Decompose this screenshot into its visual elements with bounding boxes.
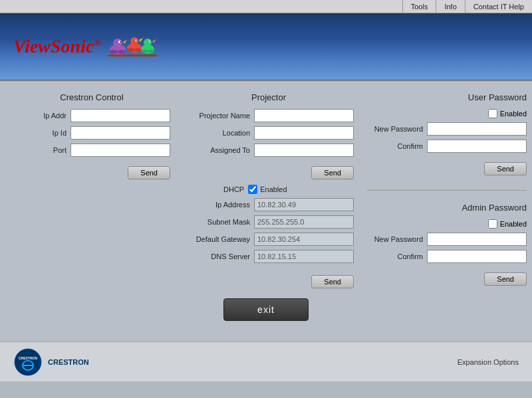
- right-panels: User Password Enabled New Password Confi…: [367, 92, 527, 288]
- user-pw-send-button[interactable]: Send: [484, 162, 527, 175]
- location-label: Location: [184, 129, 250, 137]
- svg-rect-21: [108, 54, 158, 56]
- logo-area: ViewSonic®: [13, 27, 158, 66]
- viewsonic-logo: ViewSonic®: [13, 36, 101, 57]
- user-new-password-group: New Password: [367, 122, 527, 136]
- logo-trademark: ®: [94, 38, 100, 48]
- svg-point-19: [141, 50, 148, 53]
- location-input[interactable]: [254, 126, 354, 140]
- dns-server-label: DNS Server: [184, 252, 250, 260]
- port-label: Port: [13, 146, 66, 154]
- admin-confirm-group: Confirm: [367, 250, 527, 263]
- ip-id-label: Ip Id: [13, 129, 66, 137]
- location-group: Location: [184, 126, 354, 140]
- admin-password-panel: Admin Password Enabled New Password Conf…: [367, 203, 527, 288]
- admin-pw-enabled-checkbox[interactable]: [488, 219, 497, 229]
- footer: CRESTRON CRESTRON Expansion Options: [0, 342, 532, 381]
- user-confirm-input[interactable]: [427, 140, 527, 153]
- ip-address-input: [254, 198, 354, 211]
- ip-id-input[interactable]: [70, 126, 170, 140]
- svg-marker-9: [139, 38, 143, 42]
- ip-addr-group: Ip Addr: [13, 109, 170, 122]
- assigned-to-input[interactable]: [254, 144, 354, 157]
- svg-point-11: [136, 40, 138, 41]
- ip-address-group: Ip Address: [184, 198, 354, 211]
- password-panel-divider: [367, 190, 527, 191]
- crestron-send-button[interactable]: Send: [128, 166, 170, 179]
- svg-point-5: [110, 50, 118, 54]
- projector-panel: Projector Projector Name Location Assign…: [184, 92, 354, 288]
- bottom-section: exit: [13, 298, 519, 321]
- subnet-mask-group: Subnet Mask: [184, 215, 354, 229]
- user-password-title: User Password: [468, 92, 527, 102]
- projector-form: Projector Name Location Assigned To Send…: [184, 109, 354, 288]
- dns-server-input: [254, 250, 354, 263]
- ip-addr-input[interactable]: [70, 109, 170, 122]
- user-confirm-label: Confirm: [370, 142, 423, 150]
- svg-point-1: [113, 39, 122, 48]
- dhcp-checkbox[interactable]: [248, 185, 257, 194]
- user-confirm-group: Confirm: [367, 140, 527, 153]
- admin-new-password-label: New Password: [370, 235, 423, 243]
- user-pw-enabled-checkbox[interactable]: [488, 109, 497, 118]
- port-group: Port: [13, 144, 170, 157]
- admin-pw-enabled-row: Enabled: [488, 219, 527, 229]
- svg-point-20: [148, 50, 154, 53]
- dhcp-label: DHCP: [223, 185, 244, 193]
- user-pw-enabled-label: Enabled: [500, 110, 527, 118]
- dhcp-enabled-label: Enabled: [260, 185, 287, 193]
- subnet-mask-label: Subnet Mask: [184, 218, 250, 226]
- admin-pw-enabled-label: Enabled: [500, 220, 527, 228]
- projector-name-label: Projector Name: [184, 112, 250, 120]
- projector-send-button-2[interactable]: Send: [311, 275, 354, 288]
- projector-send-button-1[interactable]: Send: [311, 166, 354, 179]
- admin-confirm-label: Confirm: [370, 252, 423, 260]
- ip-addr-label: Ip Addr: [13, 112, 66, 120]
- exit-button[interactable]: exit: [223, 298, 309, 321]
- svg-text:CRESTRON: CRESTRON: [19, 356, 37, 360]
- svg-point-18: [150, 41, 151, 42]
- port-input[interactable]: [70, 144, 170, 157]
- admin-password-title: Admin Password: [462, 203, 527, 213]
- projector-name-group: Projector Name: [184, 109, 354, 122]
- svg-point-6: [118, 50, 126, 54]
- default-gateway-label: Default Gateway: [184, 235, 250, 243]
- ip-address-label: Ip Address: [184, 201, 250, 209]
- svg-marker-2: [123, 40, 127, 44]
- birds-icon: [104, 27, 158, 66]
- contact-it-help-nav[interactable]: Contact IT Help: [465, 0, 532, 13]
- assigned-to-label: Assigned To: [184, 146, 250, 154]
- info-nav[interactable]: Info: [436, 0, 464, 13]
- ip-id-group: Ip Id: [13, 126, 170, 140]
- crestron-control-title: Crestron Control: [60, 92, 123, 102]
- tools-nav[interactable]: Tools: [402, 0, 436, 13]
- projector-title: Projector: [251, 92, 286, 102]
- user-new-password-input[interactable]: [427, 122, 527, 136]
- subnet-mask-input: [254, 215, 354, 229]
- dns-server-group: DNS Server: [184, 250, 354, 263]
- svg-point-8: [130, 37, 138, 45]
- admin-pw-send-button[interactable]: Send: [484, 272, 527, 286]
- default-gateway-group: Default Gateway: [184, 233, 354, 246]
- header: ViewSonic®: [0, 13, 532, 80]
- svg-rect-26: [25, 361, 31, 363]
- logo-text: ViewSonic: [13, 36, 94, 56]
- projector-name-input[interactable]: [254, 109, 354, 122]
- admin-confirm-input[interactable]: [427, 250, 527, 263]
- user-password-panel: User Password Enabled New Password Confi…: [367, 92, 527, 178]
- panels-container: Crestron Control Ip Addr Ip Id Port Send…: [13, 92, 519, 288]
- crestron-control-panel: Crestron Control Ip Addr Ip Id Port Send: [13, 92, 170, 288]
- crestron-logo: CRESTRON CRESTRON: [13, 348, 89, 377]
- admin-new-password-input[interactable]: [427, 233, 527, 246]
- svg-point-15: [144, 39, 152, 47]
- default-gateway-input: [254, 233, 354, 246]
- user-new-password-label: New Password: [370, 125, 423, 133]
- main-content: Crestron Control Ip Addr Ip Id Port Send…: [0, 82, 532, 342]
- svg-marker-16: [152, 39, 156, 43]
- assigned-to-group: Assigned To: [184, 144, 354, 157]
- svg-point-12: [128, 49, 134, 52]
- crestron-logo-icon: CRESTRON: [13, 348, 43, 377]
- svg-point-4: [120, 41, 121, 43]
- dhcp-row: DHCP Enabled: [184, 185, 354, 194]
- user-pw-enabled-row: Enabled: [488, 109, 527, 118]
